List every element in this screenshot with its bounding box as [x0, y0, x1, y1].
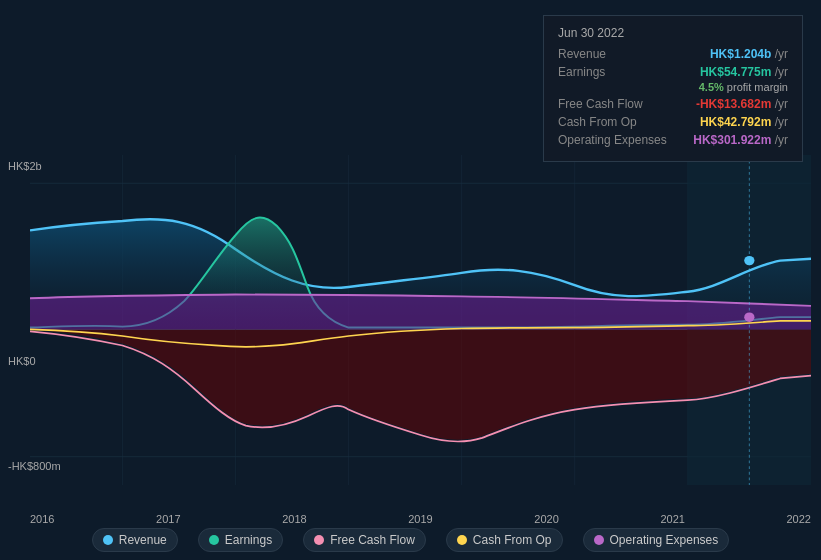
tooltip-row-fcf: Free Cash Flow -HK$13.682m /yr	[558, 97, 788, 111]
tooltip-label-cashfromop: Cash From Op	[558, 115, 668, 129]
legend-label-fcf: Free Cash Flow	[330, 533, 415, 547]
legend-revenue[interactable]: Revenue	[92, 528, 178, 552]
x-label-2022: 2022	[786, 513, 810, 525]
tooltip-value-opex: HK$301.922m /yr	[693, 133, 788, 147]
tooltip-value-cashfromop: HK$42.792m /yr	[700, 115, 788, 129]
x-label-2020: 2020	[534, 513, 558, 525]
tooltip-value-revenue: HK$1.204b /yr	[710, 47, 788, 61]
tooltip-label-opex: Operating Expenses	[558, 133, 668, 147]
tooltip-label-fcf: Free Cash Flow	[558, 97, 668, 111]
tooltip-label-earnings: Earnings	[558, 65, 668, 79]
tooltip-row-cashfromop: Cash From Op HK$42.792m /yr	[558, 115, 788, 129]
legend-dot-earnings	[209, 535, 219, 545]
tooltip-row-earnings: Earnings HK$54.775m /yr	[558, 65, 788, 79]
tooltip-label-revenue: Revenue	[558, 47, 668, 61]
legend-label-earnings: Earnings	[225, 533, 272, 547]
tooltip-row-opex: Operating Expenses HK$301.922m /yr	[558, 133, 788, 147]
legend-dot-revenue	[103, 535, 113, 545]
legend-label-cashfromop: Cash From Op	[473, 533, 552, 547]
legend-earnings[interactable]: Earnings	[198, 528, 283, 552]
legend-dot-opex	[594, 535, 604, 545]
x-label-2019: 2019	[408, 513, 432, 525]
chart-legend: Revenue Earnings Free Cash Flow Cash Fro…	[0, 528, 821, 552]
tooltip-profit-margin: 4.5% profit margin	[558, 81, 788, 93]
tooltip-row-revenue: Revenue HK$1.204b /yr	[558, 47, 788, 61]
chart-svg	[30, 155, 811, 485]
legend-cashfromop[interactable]: Cash From Op	[446, 528, 563, 552]
legend-dot-cashfromop	[457, 535, 467, 545]
revenue-dot	[744, 256, 754, 265]
x-axis-labels: 2016 2017 2018 2019 2020 2021 2022	[30, 513, 811, 525]
legend-fcf[interactable]: Free Cash Flow	[303, 528, 426, 552]
legend-label-revenue: Revenue	[119, 533, 167, 547]
x-label-2017: 2017	[156, 513, 180, 525]
data-tooltip: Jun 30 2022 Revenue HK$1.204b /yr Earnin…	[543, 15, 803, 162]
legend-label-opex: Operating Expenses	[610, 533, 719, 547]
legend-dot-fcf	[314, 535, 324, 545]
tooltip-date: Jun 30 2022	[558, 26, 788, 40]
opex-dot	[744, 312, 754, 321]
x-label-2021: 2021	[660, 513, 684, 525]
x-label-2016: 2016	[30, 513, 54, 525]
x-label-2018: 2018	[282, 513, 306, 525]
legend-opex[interactable]: Operating Expenses	[583, 528, 730, 552]
tooltip-value-fcf: -HK$13.682m /yr	[696, 97, 788, 111]
tooltip-value-earnings: HK$54.775m /yr	[700, 65, 788, 79]
